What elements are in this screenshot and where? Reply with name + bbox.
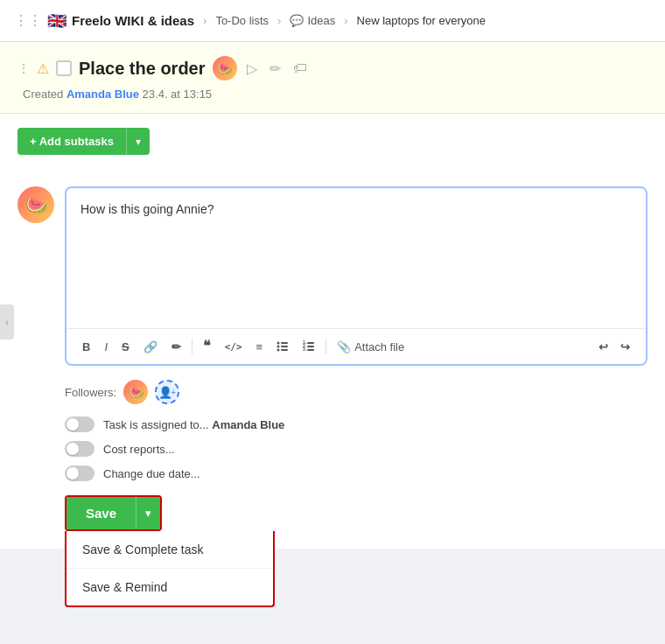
- save-area: Save ▾ Save & Complete task Save & Remin…: [65, 495, 162, 531]
- nav-flag-icon: 🇬🇧: [47, 11, 66, 31]
- save-complete-task-item[interactable]: Save & Complete task: [66, 531, 273, 569]
- toolbar-align-button[interactable]: ≡: [251, 338, 269, 356]
- add-subtask-dropdown-button[interactable]: ▾: [126, 128, 150, 155]
- task-edit-button[interactable]: ✏: [267, 58, 284, 80]
- notif-toggle-cost[interactable]: [65, 441, 94, 457]
- nav-drag-handle[interactable]: ⋮⋮: [14, 12, 42, 29]
- nav-sep-1: ›: [203, 14, 206, 27]
- notification-section: Task is assigned to... Amanda Blue Cost …: [65, 416, 648, 481]
- notif-toggle-assign[interactable]: [65, 416, 94, 432]
- editor-wrapper: How is this going Annie? B I S 🔗 ✏ ❝ </>…: [65, 186, 648, 366]
- save-btn-group: Save ▾: [65, 495, 162, 531]
- toolbar-quote-button[interactable]: ❝: [198, 336, 216, 357]
- svg-point-2: [277, 346, 280, 348]
- nav-project-title: Freelo WIKI & ideas: [72, 13, 194, 28]
- toolbar-bullet-list-button[interactable]: [271, 336, 294, 357]
- task-assignee-avatar: 🍉: [213, 56, 237, 80]
- editor-input[interactable]: How is this going Annie?: [66, 188, 646, 328]
- followers-label: Followers:: [65, 386, 116, 399]
- notif-row-assign: Task is assigned to... Amanda Blue: [65, 416, 648, 432]
- main-content: 🍉 How is this going Annie? B I S 🔗 ✏ ❝ <…: [0, 169, 665, 549]
- add-subtask-btn-group: + Add subtasks ▾: [18, 128, 150, 155]
- svg-text:3.: 3.: [303, 346, 307, 352]
- svg-rect-9: [307, 346, 314, 347]
- nav-todolists-link[interactable]: To-Do lists: [215, 14, 269, 27]
- toolbar-italic-button[interactable]: I: [99, 338, 113, 356]
- comment-area: 🍉 How is this going Annie? B I S 🔗 ✏ ❝ <…: [18, 186, 648, 366]
- save-dropdown-toggle[interactable]: ▾: [136, 497, 160, 529]
- toolbar-separator-1: [192, 339, 192, 354]
- save-remind-item[interactable]: Save & Remind: [66, 569, 273, 606]
- svg-point-0: [277, 342, 280, 345]
- nav-current-page: New laptops for everyone: [357, 14, 486, 27]
- toolbar-code-button[interactable]: </>: [220, 339, 248, 355]
- toolbar-link-button[interactable]: 🔗: [138, 338, 163, 356]
- task-warning-icon: ⚠: [37, 60, 49, 77]
- add-subtask-button[interactable]: + Add subtasks: [18, 128, 126, 155]
- add-follower-button[interactable]: 👤 +: [155, 380, 179, 404]
- task-meta: Created Amanda Blue 23.4. at 13:15: [23, 88, 648, 101]
- nav-sep-3: ›: [344, 14, 347, 27]
- commenter-avatar: 🍉: [18, 186, 54, 223]
- save-button[interactable]: Save: [66, 497, 136, 529]
- notif-row-cost: Cost reports...: [65, 441, 648, 457]
- top-nav: ⋮⋮ 🇬🇧 Freelo WIKI & ideas › To-Do lists …: [0, 0, 665, 42]
- notif-text-assign: Task is assigned to... Amanda Blue: [103, 418, 284, 431]
- save-dropdown-menu: Save & Complete task Save & Remind: [65, 531, 275, 607]
- svg-rect-1: [281, 342, 288, 344]
- svg-rect-11: [307, 349, 314, 351]
- paperclip-icon: 📎: [337, 340, 351, 354]
- toolbar-bold-button[interactable]: B: [77, 338, 95, 356]
- toolbar-ordered-list-button[interactable]: 1. 2. 3.: [298, 336, 320, 357]
- toolbar-undo-button[interactable]: ↩: [593, 338, 613, 356]
- toolbar-undo-redo-group: ↩ ↪: [593, 338, 635, 356]
- toolbar-separator-2: [326, 339, 326, 354]
- notif-text-due: Change due date...: [103, 467, 200, 480]
- chat-icon: 💬: [290, 14, 304, 27]
- task-drag-handle[interactable]: ⋮: [18, 61, 30, 75]
- task-tag-button[interactable]: 🏷: [290, 58, 310, 79]
- toolbar-redo-button[interactable]: ↪: [615, 338, 635, 356]
- task-title: Place the order: [79, 59, 206, 79]
- toolbar-highlight-button[interactable]: ✏: [166, 338, 186, 356]
- notif-text-cost: Cost reports...: [103, 443, 175, 456]
- sidebar-collapse-arrow[interactable]: ‹: [0, 304, 14, 340]
- nav-ideas-link[interactable]: 💬 Ideas: [290, 14, 335, 27]
- svg-rect-7: [307, 342, 314, 344]
- notif-row-due: Change due date...: [65, 466, 648, 481]
- nav-sep-2: ›: [277, 14, 281, 27]
- toolbar-strikethrough-button[interactable]: S: [116, 338, 135, 356]
- task-play-button[interactable]: ▷: [244, 58, 260, 80]
- follower-avatar-1: 🍉: [123, 380, 148, 404]
- task-checkbox[interactable]: [56, 60, 72, 76]
- svg-point-4: [277, 349, 280, 352]
- task-header: ⋮ ⚠ Place the order 🍉 ▷ ✏ 🏷 Created Aman…: [0, 42, 665, 114]
- svg-rect-3: [281, 346, 288, 347]
- followers-row: Followers: 🍉 👤 +: [65, 380, 648, 404]
- toolbar-attach-button[interactable]: 📎 Attach file: [332, 337, 410, 357]
- subtask-area: + Add subtasks ▾: [0, 114, 665, 169]
- notif-toggle-due[interactable]: [65, 466, 94, 481]
- svg-rect-5: [281, 349, 288, 351]
- editor-toolbar: B I S 🔗 ✏ ❝ </> ≡: [66, 328, 646, 364]
